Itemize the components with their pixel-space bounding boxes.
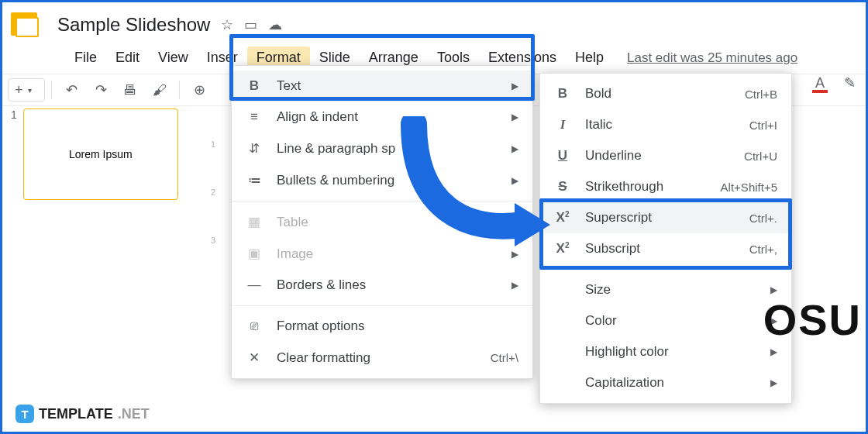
list-icon: ≔ xyxy=(246,172,263,188)
italic-icon: I xyxy=(554,117,571,133)
image-icon: ▣ xyxy=(246,246,263,262)
submenu-item-strikethrough[interactable]: S Strikethrough Alt+Shift+5 xyxy=(540,171,791,202)
menu-item-format-options[interactable]: ⎚ Format options xyxy=(232,311,532,342)
submenu-item-subscript[interactable]: X2 Subscript Ctrl+, xyxy=(540,233,791,264)
star-icon[interactable]: ☆ xyxy=(221,16,233,33)
chevron-right-icon: ▶ xyxy=(770,377,777,388)
chevron-right-icon: ▶ xyxy=(512,249,518,260)
bold-icon: B xyxy=(554,86,571,102)
menu-item-text[interactable]: B Text ▶ xyxy=(232,71,532,102)
options-icon: ⎚ xyxy=(246,319,263,334)
bold-icon: B xyxy=(246,78,263,94)
line-spacing-icon: ⇵ xyxy=(246,140,263,157)
superscript-icon: X2 xyxy=(554,210,571,226)
menu-file[interactable]: File xyxy=(65,46,106,69)
watermark-badge: T xyxy=(16,405,34,423)
paint-format-button[interactable]: 🖌 xyxy=(146,78,173,102)
line-icon: — xyxy=(246,277,263,293)
chevron-right-icon: ▶ xyxy=(770,284,777,295)
chevron-right-icon: ▶ xyxy=(512,217,518,228)
text-color-button[interactable]: A xyxy=(809,71,831,95)
menu-item-clear-formatting[interactable]: ✕ Clear formatting Ctrl+\ xyxy=(232,342,532,374)
menu-item-image: ▣ Image ▶ xyxy=(232,238,532,270)
submenu-item-superscript[interactable]: X2 Superscript Ctrl+. xyxy=(540,202,791,233)
submenu-item-italic[interactable]: I Italic Ctrl+I xyxy=(540,109,791,140)
chevron-right-icon: ▶ xyxy=(512,175,518,186)
menu-help[interactable]: Help xyxy=(566,46,613,69)
subscript-icon: X2 xyxy=(554,241,571,257)
strikethrough-icon: S xyxy=(554,179,571,195)
menu-item-line-spacing[interactable]: ⇵ Line & paragraph sp ▶ xyxy=(232,133,532,164)
slide-number: 1 xyxy=(11,108,17,200)
chevron-right-icon: ▶ xyxy=(512,81,518,91)
submenu-item-highlight-color[interactable]: Highlight color ▶ xyxy=(540,336,791,367)
slide-panel: 1 Lorem Ipsum xyxy=(11,108,197,200)
table-icon: ▦ xyxy=(246,214,263,230)
submenu-item-bold[interactable]: B Bold Ctrl+B xyxy=(540,78,791,109)
align-icon: ≡ xyxy=(246,109,263,125)
print-button[interactable]: 🖶 xyxy=(117,78,143,102)
cloud-status-icon: ☁ xyxy=(268,16,282,33)
undo-button[interactable]: ↶ xyxy=(58,78,84,102)
menu-item-table: ▦ Table ▶ xyxy=(232,206,532,238)
zoom-button[interactable]: ⊕ xyxy=(186,78,212,102)
slide-thumbnail[interactable]: Lorem Ipsum xyxy=(23,108,178,200)
menu-item-align-indent[interactable]: ≡ Align & indent ▶ xyxy=(232,102,532,133)
doc-title[interactable]: Sample Slideshow xyxy=(57,14,210,36)
submenu-item-size[interactable]: Size ▶ xyxy=(540,274,791,305)
last-edit-link[interactable]: Last edit was 25 minutes ago xyxy=(627,50,797,66)
chevron-right-icon: ▶ xyxy=(770,346,777,357)
submenu-item-capitalization[interactable]: Capitalization ▶ xyxy=(540,367,791,398)
new-slide-button[interactable]: +▾ xyxy=(8,78,45,102)
chevron-right-icon: ▶ xyxy=(512,143,518,154)
clear-format-icon: ✕ xyxy=(246,350,263,366)
underline-icon: U xyxy=(554,148,571,164)
menu-edit[interactable]: Edit xyxy=(106,46,149,69)
chevron-right-icon: ▶ xyxy=(512,280,518,291)
move-to-folder-icon[interactable]: ▭ xyxy=(244,16,257,33)
highlight-pen-icon[interactable]: ✎ xyxy=(839,71,860,95)
slide-text-preview: OSU xyxy=(763,294,862,345)
chevron-right-icon: ▶ xyxy=(512,112,518,122)
format-menu: B Text ▶ ≡ Align & indent ▶ ⇵ Line & par… xyxy=(231,65,533,379)
vertical-ruler: 123 xyxy=(206,108,220,434)
menu-view[interactable]: View xyxy=(149,46,198,69)
slides-app-logo[interactable] xyxy=(9,8,43,42)
redo-button[interactable]: ↷ xyxy=(88,78,114,102)
text-submenu: B Bold Ctrl+B I Italic Ctrl+I U Underlin… xyxy=(539,73,792,404)
template-net-watermark: T TEMPLATE.NET xyxy=(16,405,150,423)
menu-item-borders-lines[interactable]: — Borders & lines ▶ xyxy=(232,270,532,301)
submenu-item-color[interactable]: Color ▶ xyxy=(540,305,791,336)
menu-item-bullets-numbering[interactable]: ≔ Bullets & numbering ▶ xyxy=(232,164,532,196)
submenu-item-underline[interactable]: U Underline Ctrl+U xyxy=(540,140,791,171)
